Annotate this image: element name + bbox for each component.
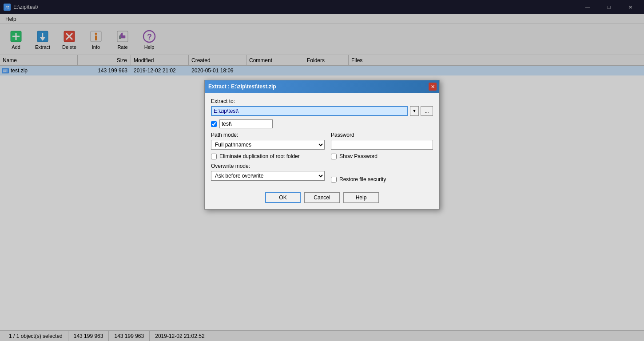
subdir-checkbox[interactable] — [211, 121, 217, 127]
overwrite-label: Overwrite mode: — [211, 163, 325, 169]
subdir-row — [211, 119, 433, 128]
eliminate-label: Eliminate duplication of root folder — [219, 153, 300, 159]
path-mode-select[interactable]: Full pathnames No pathnames Relative pat… — [211, 140, 325, 150]
dialog-close-button[interactable]: ✕ — [429, 83, 437, 91]
two-col-layout: Path mode: Full pathnames No pathnames R… — [211, 132, 433, 186]
left-col: Path mode: Full pathnames No pathnames R… — [211, 132, 325, 186]
restore-security-label: Restore file security — [339, 176, 386, 182]
right-col: Password Show Password Restore file secu… — [331, 132, 433, 186]
path-mode-label: Path mode: — [211, 132, 325, 138]
dialog-title: Extract : E:\zip\test\test.zip — [208, 83, 276, 90]
show-password-label: Show Password — [339, 153, 378, 159]
password-input[interactable] — [331, 140, 433, 150]
show-password-row: Show Password — [331, 153, 433, 159]
ok-button[interactable]: OK — [265, 192, 301, 203]
subdir-input[interactable] — [219, 119, 273, 128]
overwrite-section: Overwrite mode: Ask before overwrite Ove… — [211, 163, 325, 181]
modal-overlay: Extract : E:\zip\test\test.zip ✕ Extract… — [0, 0, 644, 341]
dialog-body: Extract to: ▼ ... Path mode: Full path — [205, 93, 439, 209]
extract-dialog: Extract : E:\zip\test\test.zip ✕ Extract… — [204, 80, 440, 210]
dialog-buttons: OK Cancel Help — [211, 192, 433, 203]
show-password-checkbox[interactable] — [331, 154, 337, 159]
eliminate-row: Eliminate duplication of root folder — [211, 153, 325, 159]
overwrite-select[interactable]: Ask before overwrite Overwrite without p… — [211, 171, 325, 181]
cancel-button[interactable]: Cancel — [304, 192, 340, 203]
extract-path-input[interactable] — [211, 106, 408, 116]
path-mode-row: Full pathnames No pathnames Relative pat… — [211, 140, 325, 150]
extract-path-row: ▼ ... — [211, 106, 433, 116]
browse-button[interactable]: ... — [421, 106, 433, 116]
restore-security-row: Restore file security — [331, 176, 433, 182]
dialog-titlebar: Extract : E:\zip\test\test.zip ✕ — [205, 80, 439, 93]
eliminate-checkbox[interactable] — [211, 154, 217, 159]
restore-security-checkbox[interactable] — [331, 177, 337, 182]
overwrite-row: Ask before overwrite Overwrite without p… — [211, 171, 325, 181]
extract-path-dropdown[interactable]: ▼ — [410, 106, 419, 116]
dialog-help-button[interactable]: Help — [343, 192, 379, 203]
password-label: Password — [331, 132, 433, 138]
extract-to-label: Extract to: — [211, 98, 433, 104]
